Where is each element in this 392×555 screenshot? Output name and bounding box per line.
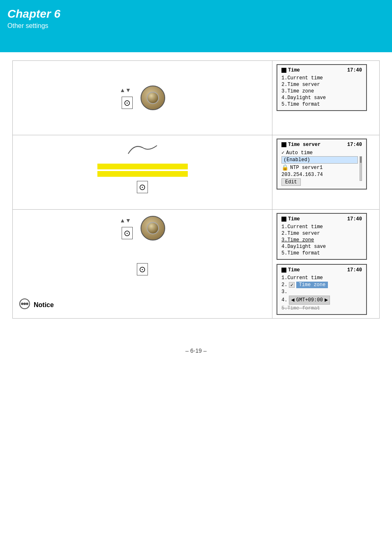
page-footer: – 6-19 – (0, 347, 392, 354)
scrollbar-thumb (360, 157, 362, 163)
screen2-ip: 203.254.163.74 (281, 172, 323, 178)
section3-left: ▲▼ ⊙ ⊙ (13, 210, 272, 318)
screen2-ntp-label: NTP server1 (290, 165, 323, 171)
section3-device-top: ▲▼ ⊙ (19, 216, 266, 240)
section3-right: Time 17:40 1.Current time 2.Time server … (272, 210, 379, 318)
screen3-menu-item-1: 1.Current time (281, 224, 362, 230)
section-row-3: ▲▼ ⊙ ⊙ (12, 210, 380, 319)
screen4-menu-item-3: 3. (281, 289, 362, 295)
screen3-time: 17:40 (347, 216, 362, 222)
screen1-menu-item-1: 1.Current time (281, 75, 362, 81)
screen3-title-block: Time (281, 216, 300, 222)
screen1-menu-item-5: 5.Time format (281, 101, 362, 108)
gmt-selector: ◄ GMT+09:00 ► (289, 296, 330, 305)
screen2-title-block: Time server (281, 142, 321, 148)
main-content: ▲▼ ⊙ Time 17:40 1.Current time (0, 52, 392, 335)
wave-icon (126, 141, 159, 160)
section1-device-area: ▲▼ ⊙ (120, 86, 165, 110)
screen4-menu-item-1: 1.Current time (281, 275, 362, 281)
screen4-menu-item-2: 2. ✓ Time zone (281, 281, 362, 289)
screen1-title-block: Time (281, 67, 300, 73)
screen2-enabled-label: (Enabled) (281, 156, 358, 164)
section2-device-area: ⊙ (19, 141, 266, 193)
nav-arrows-icon-2: ▲▼ (120, 217, 131, 224)
screen4-menu-item-5: 5.Time format (281, 305, 362, 312)
screen3-menu-item-3: 3.Time zone (281, 237, 362, 243)
screen-box-3: Time 17:40 1.Current time 2.Time server … (277, 213, 367, 260)
screen2-edit-row: Edit (281, 178, 358, 186)
chapter-block: Chapter 6 Other settings (7, 7, 60, 30)
section3-controls: ▲▼ ⊙ (120, 217, 134, 239)
screen-box-2: Time server 17:40 ✓ Auto time (Enabled) (277, 139, 367, 190)
arrow-left-icon[interactable]: ◄ (291, 297, 294, 303)
yellow-bar-2 (97, 171, 188, 177)
section3-settings-icon-area: ⊙ (19, 263, 266, 275)
screen4-gmt-row: 4. ◄ GMT+09:00 ► (281, 295, 362, 305)
screen2-auto-time-row: ✓ Auto time (281, 149, 362, 156)
screen2-auto-time-label: Auto time (286, 150, 313, 156)
section-row-2: ⊙ Time server 17:40 ✓ Auto time (12, 135, 380, 210)
page-number: – 6-19 – (185, 347, 206, 354)
screen2-title-icon (281, 142, 286, 147)
svg-point-1 (21, 303, 23, 305)
camera-lens-2 (141, 216, 165, 240)
screen1-time: 17:40 (347, 67, 362, 73)
time-zone-label: Time zone (296, 282, 328, 288)
camera-lens-inner-2 (147, 222, 159, 234)
settings-icon-2: ⊙ (137, 181, 148, 193)
gmt-value: GMT+09:00 (296, 297, 323, 303)
yellow-bar-1 (97, 164, 188, 169)
screen3-menu-item-4: 4.Daylight save (281, 243, 362, 250)
camera-lens-inner-1 (147, 92, 159, 104)
screen4-title-block: Time (281, 267, 300, 273)
settings-icon-4: ⊙ (137, 263, 148, 275)
notice-icon (19, 298, 30, 312)
svg-point-3 (26, 303, 28, 305)
screen1-menu-item-2: 2.Time server (281, 81, 362, 88)
notice-block: Notice (19, 298, 54, 312)
section2-left: ⊙ (13, 135, 272, 209)
screen2-time: 17:40 (347, 142, 362, 148)
screen-box-4: Time 17:40 1.Current time 2. ✓ Time zone… (277, 264, 367, 315)
checkbox-icon: ✓ (281, 150, 284, 156)
screen4-title-icon (281, 268, 286, 273)
screen3-menu-item-5: 5.Time format (281, 250, 362, 257)
section1-left: ▲▼ ⊙ (13, 61, 272, 135)
chapter-subtitle: Other settings (7, 22, 60, 30)
section1-right-screen1: Time 17:40 1.Current time 2.Time server … (272, 61, 379, 135)
settings-icon-3: ⊙ (122, 227, 133, 239)
screen4-title: Time (288, 267, 300, 273)
scrollbar[interactable] (360, 156, 362, 181)
screen1-menu-item-4: 4.Daylight save (281, 95, 362, 101)
screen2-header: Time server 17:40 (281, 142, 362, 148)
screen-box-1: Time 17:40 1.Current time 2.Time server … (277, 64, 367, 111)
screen1-title-icon (281, 68, 286, 73)
settings-icon-1: ⊙ (122, 97, 133, 109)
screen2-edit-btn[interactable]: Edit (281, 178, 301, 186)
notice-label: Notice (34, 301, 54, 309)
arrow-right-icon[interactable]: ► (325, 297, 328, 303)
chapter-title: Chapter 6 (7, 7, 60, 21)
screen3-title: Time (288, 216, 300, 222)
screen3-title-icon (281, 217, 286, 222)
screen2-content: (Enabled) 🔒 NTP server1 203.254.163.74 E… (281, 156, 358, 186)
ntp-icon: 🔒 (281, 164, 288, 171)
screen2-ntp-row: 🔒 NTP server1 (281, 164, 358, 171)
screen1-menu-item-3: 3.Time zone (281, 88, 362, 95)
screen4-time: 17:40 (347, 267, 362, 273)
page-header: Chapter 6 Other settings (0, 0, 392, 52)
section2-right-screen2: Time server 17:40 ✓ Auto time (Enabled) (272, 135, 379, 209)
screen2-title: Time server (288, 142, 321, 148)
screen1-title: Time (288, 67, 300, 73)
screen4-header: Time 17:40 (281, 267, 362, 273)
section1-controls: ▲▼ ⊙ (120, 87, 134, 109)
screen2-scroll-area: (Enabled) 🔒 NTP server1 203.254.163.74 E… (281, 156, 362, 186)
screen1-header: Time 17:40 (281, 67, 362, 73)
nav-arrows-icon: ▲▼ (120, 87, 131, 93)
screen3-header: Time 17:40 (281, 216, 362, 222)
section-row-1: ▲▼ ⊙ Time 17:40 1.Current time (12, 60, 380, 135)
camera-lens-1 (141, 86, 165, 110)
screen3-menu-item-2: 2.Time server (281, 230, 362, 237)
timezone-checkbox-icon: ✓ (289, 282, 295, 288)
screen2-ip-row: 203.254.163.74 (281, 171, 358, 178)
